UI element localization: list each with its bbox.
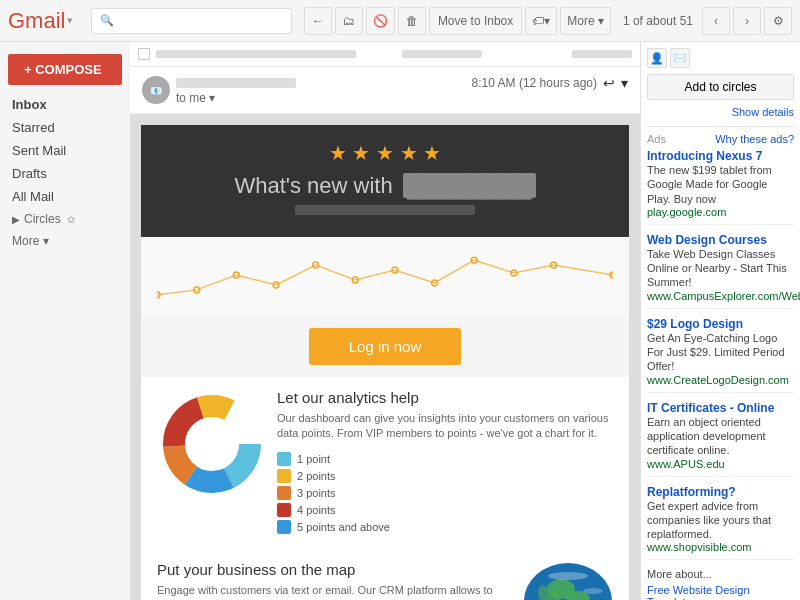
ad-link-2[interactable]: www.CampusExplorer.com/WebDesi...: [647, 290, 794, 302]
line-chart: [157, 245, 613, 305]
ad-title-1[interactable]: Introducing Nexus 7: [647, 149, 794, 163]
analytics-desc: Our dashboard can give you insights into…: [277, 411, 613, 442]
ad-link-5[interactable]: www.shopvisible.com: [647, 541, 794, 553]
right-panel: 👤 ✉️ Add to circles Show details Ads Why…: [640, 42, 800, 600]
ads-header: Ads Why these ads?: [647, 133, 794, 145]
email-timestamp: 8:10 AM (12 hours ago): [472, 76, 597, 90]
email-header-row: 📧 8:10 AM (12 hours ago) ↩ ▾ to me ▾: [130, 67, 640, 114]
whats-new-text: What's new with ████████: [157, 173, 613, 199]
map-title: Put your business on the map: [157, 561, 513, 578]
ads-section: Ads Why these ads? Introducing Nexus 7 T…: [647, 126, 794, 600]
more-about-label: More about...: [647, 568, 794, 580]
main-area: + COMPOSE Inbox Starred Sent Mail Drafts…: [0, 42, 800, 600]
app-header: Gmail ▾ 🔍 ← 🗂 🚫 🗑 Move to Inbox 🏷▾ More …: [0, 0, 800, 42]
ad-body-1: The new $199 tablet from Google Made for…: [647, 163, 794, 206]
archive-button[interactable]: 🗂: [335, 7, 363, 35]
analytics-text-area: Let our analytics help Our dashboard can…: [277, 389, 613, 537]
legend-color-5: [277, 520, 291, 534]
login-button[interactable]: Log in now: [309, 328, 462, 365]
legend-color-2: [277, 469, 291, 483]
ad-link-3[interactable]: www.CreateLogoDesign.com: [647, 374, 794, 386]
ad-body-3: Get An Eye-Catching Logo For Just $29. L…: [647, 331, 794, 374]
more-actions-button[interactable]: ▾: [621, 75, 628, 91]
sidebar-item-inbox[interactable]: Inbox: [0, 93, 122, 116]
ad-title-2[interactable]: Web Design Courses: [647, 233, 794, 247]
search-bar[interactable]: 🔍: [91, 8, 291, 34]
legend-item-4: 4 points: [277, 503, 613, 517]
toolbar-buttons: ← 🗂 🚫 🗑 Move to Inbox 🏷▾ More ▾ 1 of abo…: [304, 7, 792, 35]
sidebar-item-sent[interactable]: Sent Mail: [0, 139, 122, 162]
sidebar-item-all-mail[interactable]: All Mail: [0, 185, 122, 208]
stars-decoration: ★ ★ ★ ★ ★: [157, 141, 613, 165]
legend-color-3: [277, 486, 291, 500]
pagination-info: 1 of about 51: [623, 14, 693, 28]
svg-point-18: [190, 422, 234, 466]
legend-item-3: 3 points: [277, 486, 613, 500]
sender-avatar: 📧: [142, 76, 170, 104]
map-desc: Engage with customers via text or email.…: [157, 583, 513, 600]
map-image: [523, 561, 613, 600]
ad-item-1: Introducing Nexus 7 The new $199 tablet …: [647, 149, 794, 225]
email-subtext: [295, 205, 475, 215]
ad-title-4[interactable]: IT Certificates - Online: [647, 401, 794, 415]
legend-item-5: 5 points and above: [277, 520, 613, 534]
compose-button[interactable]: + COMPOSE: [8, 54, 122, 85]
analytics-title: Let our analytics help: [277, 389, 613, 406]
sidebar-item-circles[interactable]: ▶ Circles ✩: [0, 208, 130, 230]
settings-button[interactable]: ⚙: [764, 7, 792, 35]
show-details-link[interactable]: Show details: [647, 106, 794, 118]
legend-color-1: [277, 452, 291, 466]
email-view: 📧 8:10 AM (12 hours ago) ↩ ▾ to me ▾: [130, 42, 640, 600]
report-button[interactable]: 🚫: [366, 7, 395, 35]
why-ads-link[interactable]: Why these ads?: [715, 133, 794, 145]
legend-color-4: [277, 503, 291, 517]
email-list-header: [130, 42, 640, 67]
email-content-wrapper: ★ ★ ★ ★ ★ What's new with ████████: [130, 114, 640, 600]
prev-page-button[interactable]: ‹: [702, 7, 730, 35]
reply-button[interactable]: ↩: [603, 75, 615, 91]
circle-icon-2[interactable]: ✉️: [670, 48, 690, 68]
ad-title-3[interactable]: $29 Logo Design: [647, 317, 794, 331]
gmail-logo[interactable]: Gmail ▾: [8, 8, 73, 34]
legend-item-1: 1 point: [277, 452, 613, 466]
ad-body-4: Earn an object oriented application deve…: [647, 415, 794, 458]
more-button[interactable]: More ▾: [560, 7, 611, 35]
donut-chart: [157, 389, 267, 499]
app-container: Gmail ▾ 🔍 ← 🗂 🚫 🗑 Move to Inbox 🏷▾ More …: [0, 0, 800, 600]
ad-title-5[interactable]: Replatforming?: [647, 485, 794, 499]
ad-body-5: Get expert advice from companies like yo…: [647, 499, 794, 542]
svg-point-26: [583, 588, 603, 594]
move-to-inbox-button[interactable]: Move to Inbox: [429, 7, 522, 35]
email-to-line[interactable]: to me ▾: [176, 91, 628, 105]
back-button[interactable]: ←: [304, 7, 332, 35]
next-page-button[interactable]: ›: [733, 7, 761, 35]
more-link-1[interactable]: Free Website Design Templates »: [647, 584, 794, 600]
legend-item-2: 2 points: [277, 469, 613, 483]
circles-icons: 👤 ✉️: [647, 48, 794, 68]
email-sender-info: 8:10 AM (12 hours ago) ↩ ▾ to me ▾: [176, 75, 628, 105]
ad-body-2: Take Web Design Classes Online or Nearby…: [647, 247, 794, 290]
chart-legend: 1 point 2 points 3 points: [277, 452, 613, 534]
sidebar: + COMPOSE Inbox Starred Sent Mail Drafts…: [0, 42, 130, 600]
ad-link-4[interactable]: www.APUS.edu: [647, 458, 794, 470]
sidebar-item-drafts[interactable]: Drafts: [0, 162, 122, 185]
ad-item-5: Replatforming? Get expert advice from co…: [647, 485, 794, 561]
sidebar-item-more[interactable]: More ▾: [0, 230, 130, 252]
service-name: ████████: [403, 173, 536, 198]
globe-svg: [523, 561, 613, 600]
more-about-section: More about... Free Website Design Templa…: [647, 568, 794, 600]
delete-button[interactable]: 🗑: [398, 7, 426, 35]
email-card-header: ★ ★ ★ ★ ★ What's new with ████████: [141, 125, 629, 237]
add-to-circles-button[interactable]: Add to circles: [647, 74, 794, 100]
donut-chart-wrapper: [157, 389, 267, 537]
map-text-area: Put your business on the map Engage with…: [157, 561, 513, 600]
analytics-section: Let our analytics help Our dashboard can…: [141, 377, 629, 549]
ad-item-4: IT Certificates - Online Earn an object …: [647, 401, 794, 477]
ad-item-2: Web Design Courses Take Web Design Class…: [647, 233, 794, 309]
ad-link-1[interactable]: play.google.com: [647, 206, 794, 218]
circle-icon-1[interactable]: 👤: [647, 48, 667, 68]
line-chart-section: [141, 237, 629, 316]
labels-button[interactable]: 🏷▾: [525, 7, 557, 35]
email-body: ★ ★ ★ ★ ★ What's new with ████████: [130, 114, 640, 600]
sidebar-item-starred[interactable]: Starred: [0, 116, 122, 139]
